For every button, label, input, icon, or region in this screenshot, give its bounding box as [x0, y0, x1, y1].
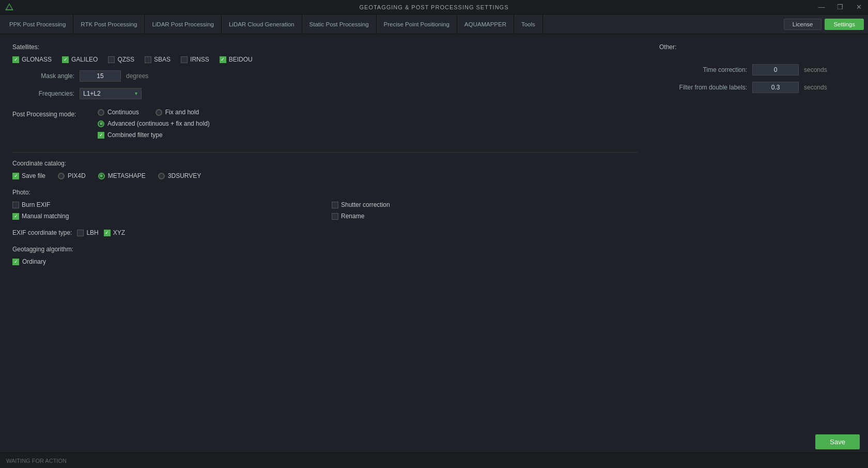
tab-static[interactable]: Static Post Processing	[302, 14, 377, 34]
exif-section: EXIF coordinate type: LBH XYZ	[12, 229, 639, 236]
satellite-qzss[interactable]: QZSS	[108, 56, 134, 63]
window-controls: — ❐ ✕	[812, 0, 868, 14]
statusbar: WAITING FOR ACTION	[0, 452, 868, 468]
beidou-label: BEIDOU	[229, 56, 253, 63]
pix4d-radio[interactable]	[58, 173, 65, 179]
geotagging-section: Geotagging algorithm: Ordinary	[12, 246, 639, 265]
rename-checkbox[interactable]	[332, 213, 338, 220]
satellites-row: GLONASS GALILEO QZSS SBAS	[12, 56, 639, 63]
main-content: Satellites: GLONASS GALILEO QZSS	[0, 34, 868, 452]
save-file-checkbox[interactable]	[12, 173, 19, 179]
manual-matching-label: Manual matching	[22, 213, 69, 220]
photo-grid: Burn EXIF Shutter correction Manual matc…	[12, 201, 639, 220]
mask-angle-label: Mask angle:	[12, 72, 74, 80]
sbas-checkbox[interactable]	[145, 56, 151, 63]
xyz-item[interactable]: XYZ	[104, 229, 125, 236]
burn-exif-label: Burn EXIF	[22, 201, 50, 208]
time-correction-unit: seconds	[804, 66, 827, 73]
save-button[interactable]: Save	[815, 434, 860, 449]
ordinary-label: Ordinary	[22, 258, 46, 265]
tab-lidar-cloud[interactable]: LiDAR Cloud Generation	[222, 14, 302, 34]
mode-fix-hold[interactable]: Fix and hold	[156, 109, 199, 116]
satellite-glonass[interactable]: GLONASS	[12, 56, 52, 63]
photo-section: Photo: Burn EXIF Shutter correction Manu…	[12, 189, 639, 220]
titlebar: GEOTAGGING & POST PROCESSING SETTINGS — …	[0, 0, 868, 14]
catalog-pix4d[interactable]: PIX4D	[58, 172, 86, 179]
ordinary-row: Ordinary	[12, 258, 639, 265]
close-button[interactable]: ✕	[849, 0, 868, 14]
rename-item[interactable]: Rename	[332, 213, 639, 220]
frequencies-row: Frequencies: L1 L1+L2	[12, 88, 639, 99]
fix-hold-radio[interactable]	[156, 109, 162, 116]
glonass-checkbox[interactable]	[12, 56, 19, 63]
galileo-checkbox[interactable]	[62, 56, 69, 63]
qzss-checkbox[interactable]	[108, 56, 115, 63]
ordinary-checkbox[interactable]	[12, 259, 19, 265]
combined-filter-checkbox[interactable]	[98, 132, 104, 139]
satellite-galileo[interactable]: GALILEO	[62, 56, 98, 63]
satellite-beidou[interactable]: BEIDOU	[220, 56, 253, 63]
tab-ppp[interactable]: Precise Point Positioning	[377, 14, 457, 34]
save-file-item[interactable]: Save file	[12, 172, 45, 179]
save-file-label: Save file	[22, 172, 45, 179]
rename-label: Rename	[341, 213, 364, 220]
satellite-irnss[interactable]: IRNSS	[181, 56, 209, 63]
lbh-label: LBH	[86, 229, 98, 236]
satellite-sbas[interactable]: SBAS	[145, 56, 171, 63]
galileo-label: GALILEO	[71, 56, 98, 63]
continuous-label: Continuous	[107, 109, 139, 116]
settings-button[interactable]: Settings	[825, 19, 864, 30]
filter-labels-input[interactable]	[752, 82, 799, 93]
xyz-checkbox[interactable]	[104, 230, 111, 236]
irnss-checkbox[interactable]	[181, 56, 188, 63]
advanced-radio[interactable]	[98, 120, 104, 127]
time-correction-label: Time correction:	[659, 66, 747, 73]
time-correction-input[interactable]	[752, 64, 799, 76]
satellites-section: Satellites: GLONASS GALILEO QZSS	[12, 43, 639, 99]
mode-continuous[interactable]: Continuous	[98, 109, 139, 116]
metashape-radio[interactable]	[98, 173, 105, 179]
tab-rtk[interactable]: RTK Post Processing	[73, 14, 145, 34]
sbas-label: SBAS	[154, 56, 171, 63]
mode-advanced[interactable]: Advanced (continuous + fix and hold)	[98, 120, 210, 127]
status-text: WAITING FOR ACTION	[6, 458, 67, 464]
shutter-correction-label: Shutter correction	[341, 201, 390, 208]
catalog-label: Coordinate catalog:	[12, 160, 639, 167]
tab-lidar[interactable]: LiDAR Post Processing	[145, 14, 222, 34]
tab-tools[interactable]: Tools	[514, 14, 543, 34]
mask-angle-row: Mask angle: degrees	[12, 70, 639, 82]
other-section: Other: Time correction: seconds Filter f…	[659, 43, 856, 275]
continuous-radio[interactable]	[98, 109, 104, 116]
window-title: GEOTAGGING & POST PROCESSING SETTINGS	[359, 4, 508, 10]
glonass-label: GLONASS	[22, 56, 52, 63]
header-right: License Settings	[784, 14, 868, 34]
tab-aquamapper[interactable]: AQUAMAPPER	[457, 14, 514, 34]
advanced-label: Advanced (continuous + fix and hold)	[107, 120, 210, 127]
other-label: Other:	[659, 43, 856, 51]
satellites-label: Satellites:	[12, 43, 639, 51]
filter-double-labels-row: Filter from double labels: seconds	[659, 82, 856, 93]
minimize-button[interactable]: —	[812, 0, 831, 14]
frequencies-select[interactable]: L1 L1+L2	[80, 88, 142, 99]
license-button[interactable]: License	[784, 19, 822, 30]
beidou-checkbox[interactable]	[220, 56, 226, 63]
app-icon	[4, 2, 14, 12]
mode-advanced-row: Advanced (continuous + fix and hold)	[98, 120, 210, 127]
mask-angle-input[interactable]	[80, 70, 121, 82]
burn-exif-item[interactable]: Burn EXIF	[12, 201, 319, 208]
manual-matching-checkbox[interactable]	[12, 213, 19, 220]
catalog-3dsurvey[interactable]: 3DSURVEY	[158, 172, 201, 179]
shutter-correction-item[interactable]: Shutter correction	[332, 201, 639, 208]
3dsurvey-radio[interactable]	[158, 173, 165, 179]
lbh-checkbox[interactable]	[77, 230, 84, 236]
restore-button[interactable]: ❐	[831, 0, 849, 14]
combined-filter-label: Combined filter type	[107, 131, 163, 139]
catalog-metashape[interactable]: METASHAPE	[98, 172, 146, 179]
manual-matching-item[interactable]: Manual matching	[12, 213, 319, 220]
lbh-item[interactable]: LBH	[77, 229, 98, 236]
shutter-correction-checkbox[interactable]	[332, 202, 338, 208]
tab-ppk[interactable]: PPK Post Processing	[2, 14, 73, 34]
tabbar: PPK Post Processing RTK Post Processing …	[0, 14, 868, 34]
burn-exif-checkbox[interactable]	[12, 202, 19, 208]
filter-labels-unit: seconds	[804, 84, 827, 91]
